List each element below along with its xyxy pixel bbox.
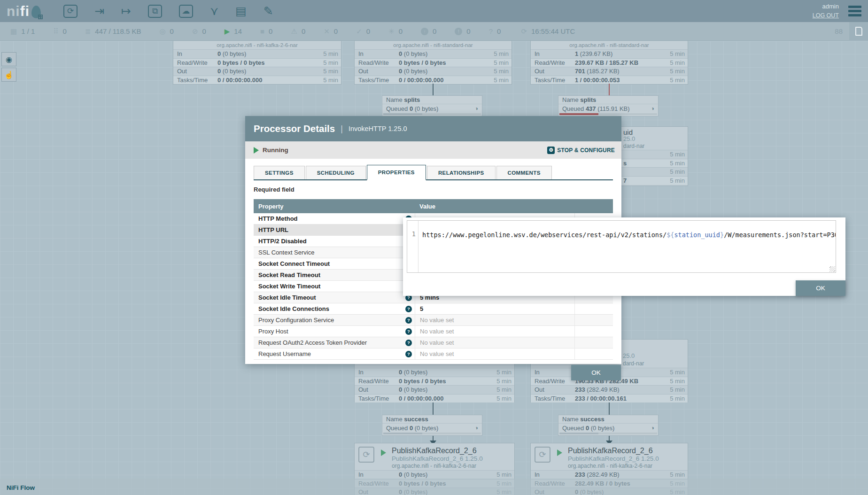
cluster-icon: ▦ [10, 27, 17, 36]
editor-ok-button[interactable]: OK [796, 280, 845, 296]
connection-queue-label[interactable]: Name success Queued 0 (0 bytes) ◑ [558, 415, 659, 436]
label-icon[interactable]: ✎ [264, 5, 273, 17]
dialog-tab[interactable]: RELATIONSHIPS [427, 166, 496, 179]
connection-queue-label[interactable]: Name success Queued 0 (0 bytes) ◑ [382, 415, 482, 436]
property-name: Socket Idle Timeout [258, 294, 316, 301]
queue-fill-bar [383, 433, 481, 434]
property-row[interactable]: Request Username ? No value set [254, 348, 613, 360]
dialog-tab[interactable]: SETTINGS [254, 166, 305, 179]
pan-button[interactable]: ☝ [1, 68, 16, 82]
output-port-icon[interactable]: ↦ [121, 5, 131, 17]
stop-and-configure-button[interactable]: ⚙ STOP & CONFIGURE [547, 147, 615, 154]
ports-icon: ⠿ [53, 27, 58, 36]
property-row[interactable]: Proxy Configuration Service ? No value s… [254, 315, 613, 326]
property-row[interactable]: Socket Idle Connections ? 5 [254, 303, 613, 315]
locally-modified-icon: ✳ [388, 27, 395, 36]
template-icon[interactable]: ▤ [235, 5, 247, 17]
status-item: ≣ 447 / 118.5 KB [85, 27, 141, 36]
status-item: ▦ 1 / 1 [10, 27, 35, 36]
processor-type: PublishKafkaRecord_2_6 1.25.0 [392, 456, 483, 463]
property-name: HTTP/2 Disabled [258, 238, 307, 245]
running-icon [381, 449, 386, 456]
birdseye-button[interactable]: ◉ [1, 52, 16, 66]
app-header: nifi ⟳⇥↦⧉☁⋎▤✎ admin LOG OUT [0, 0, 868, 22]
invalid-icon: ⚠ [291, 27, 297, 36]
processor-stat-row: In 0 (0 bytes) 5 min [355, 368, 514, 377]
processor-bundle: org.apache.nifi - nifi-kafka-2-6-nar [568, 463, 659, 469]
document-view-tile[interactable] [849, 22, 868, 41]
property-value[interactable]: 5 [420, 305, 423, 312]
dialog-tab[interactable]: COMMENTS [496, 166, 552, 179]
status-item: ✳ 0 [388, 27, 403, 36]
dialog-tab[interactable]: PROPERTIES [367, 165, 426, 180]
value-editor[interactable]: 1 https://www.pegelonline.wsv.de/webserv… [407, 220, 836, 273]
up-to-date-icon: ✓ [356, 27, 362, 36]
compass-icon: ◉ [6, 55, 12, 64]
status-item: ■ 0 [260, 27, 272, 36]
queue-fill-bar [559, 113, 657, 115]
url-value-text[interactable]: https://www.pegelonline.wsv.de/webservic… [418, 221, 836, 272]
help-icon[interactable]: ? [405, 328, 412, 335]
status-bar: ▦ 1 / 1 ⠿ 0 ≣ 447 / 118.5 KB ◎ 0 ⊘ 0 ▶ 1… [0, 22, 868, 41]
dialog-ok-button[interactable]: OK [571, 365, 621, 380]
processor-icon: ⟳ [535, 447, 550, 463]
dialog-tab[interactable]: SCHEDULING [306, 166, 366, 179]
global-menu-icon[interactable] [848, 6, 861, 16]
connection-line-alert [609, 84, 610, 95]
processor-stat-row: Out 233 (282.49 KB) 5 min [531, 385, 688, 394]
status-value: 14 [234, 27, 242, 35]
dialog-tabs: SETTINGSSCHEDULINGPROPERTIESRELATIONSHIP… [254, 164, 613, 180]
modified-stale-icon: ! [455, 28, 462, 35]
connection-line [609, 402, 610, 415]
queue-fill-bar [559, 433, 657, 434]
last-refresh-time: 16:55:44 UTC [531, 27, 575, 35]
dialog-header: Processor Details | InvokeHTTP 1.25.0 [245, 116, 621, 141]
property-name: Request Username [258, 350, 311, 357]
processor-stat-row: In 0 (0 bytes) 5 min [173, 49, 341, 58]
expression-open: ${ [666, 231, 674, 239]
processor-bundle: org.apache.nifi - nifi-kafka-2-6-nar [173, 41, 341, 49]
disabled-icon: ✕ [324, 27, 330, 36]
property-row[interactable]: Proxy Host ? No value set [254, 326, 613, 337]
required-field-label: Required field [254, 186, 613, 194]
logout-link[interactable]: LOG OUT [813, 11, 839, 20]
help-icon[interactable]: ? [405, 317, 412, 324]
processor-stat-row: In 1 (239.67 KB) 5 min [531, 49, 688, 58]
property-value[interactable]: No value set [420, 317, 454, 324]
status-item: ⠿ 0 [53, 27, 66, 36]
help-icon[interactable]: ? [405, 351, 412, 357]
not-transmitting-icon: ⊘ [192, 27, 198, 36]
refresh-icon[interactable]: ⟳ [521, 27, 527, 36]
process-group-icon[interactable]: ⧉ [148, 5, 162, 18]
connection-queue-label[interactable]: Name splits Queued 437 (115.91 KB) ◑ [558, 95, 659, 116]
processor-stat-row: Out 0 (0 bytes) 5 min [173, 67, 341, 76]
property-value[interactable]: No value set [420, 339, 454, 346]
connection-queue-label[interactable]: Name splits Queued 0 (0 bytes) ◑ [382, 95, 482, 116]
input-port-icon[interactable]: ⇥ [94, 5, 104, 17]
hand-icon: ☝ [4, 70, 14, 79]
load-balance-icon: ◑ [475, 104, 478, 113]
processor-icon[interactable]: ⟳ [63, 5, 78, 18]
processor-stat-row: In 0 (0 bytes) 5 min [355, 49, 512, 58]
processor-stat-row: Tasks/Time 233 / 00:00:00.161 5 min [531, 394, 688, 403]
resize-handle-icon[interactable] [829, 266, 835, 272]
grid-toggle-icon[interactable]: 88 [835, 27, 843, 35]
funnel-icon[interactable]: ⋎ [210, 5, 218, 17]
breadcrumb[interactable]: NiFi Flow [7, 484, 35, 491]
processor-bundle: org.apache.nifi - nifi-standard-nar [355, 41, 512, 49]
load-balance-icon: ◑ [475, 424, 478, 433]
help-icon[interactable]: ? [405, 340, 412, 346]
status-item: ▶ 14 [225, 27, 242, 36]
dialog-subtitle: InvokeHTTP 1.25.0 [349, 125, 407, 132]
status-value: 0 [366, 27, 370, 35]
property-value[interactable]: No value set [420, 328, 454, 335]
property-value[interactable]: No value set [420, 350, 454, 357]
logo-text-2: fi [20, 3, 30, 19]
remote-process-group-icon[interactable]: ☁ [179, 5, 193, 18]
help-icon[interactable]: ? [405, 306, 412, 312]
processor-name: PublishKafkaRecord_2_6 [568, 447, 659, 455]
property-row[interactable]: Request OAuth2 Access Token Provider ? N… [254, 337, 613, 348]
status-value: 0 [433, 27, 436, 35]
transmitting-icon: ◎ [159, 27, 165, 36]
status-value: 0 [269, 27, 272, 35]
